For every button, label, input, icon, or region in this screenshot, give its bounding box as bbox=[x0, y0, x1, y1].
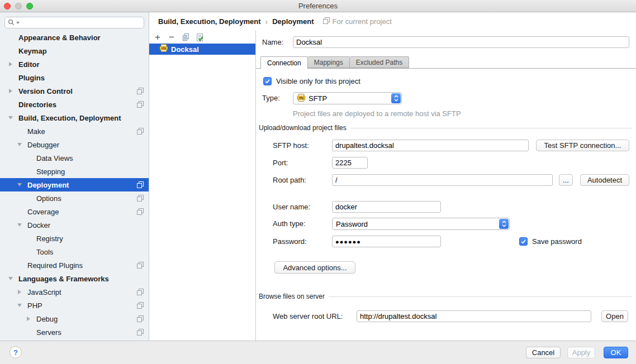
sidebar-item-label: Options bbox=[36, 194, 61, 203]
sidebar-item-debug[interactable]: Debug bbox=[0, 312, 149, 325]
remove-button[interactable]: − bbox=[167, 33, 176, 42]
preferences-window: Preferences Appearance & BehaviorKeymapE… bbox=[0, 0, 636, 364]
chevron-expanded-icon[interactable] bbox=[17, 304, 22, 307]
autodetect-button[interactable]: Autodetect bbox=[580, 174, 629, 186]
breadcrumb-current: Deployment bbox=[272, 17, 314, 26]
server-list-toolbar: +− bbox=[149, 31, 255, 44]
upload-section-header: Upload/download project files bbox=[259, 124, 632, 132]
cancel-button[interactable]: Cancel bbox=[526, 347, 561, 358]
search-options-caret-icon[interactable] bbox=[16, 22, 20, 24]
sidebar-item-label: Deployment bbox=[27, 181, 69, 189]
sidebar-item-keymap[interactable]: Keymap bbox=[0, 44, 149, 58]
sidebar-item-build-execution-deployment[interactable]: Build, Execution, Deployment bbox=[0, 111, 149, 124]
chevron-expanded-icon[interactable] bbox=[8, 116, 13, 119]
server-item-docksal[interactable]: sftp Docksal bbox=[149, 44, 255, 55]
sidebar-item-plugins[interactable]: Plugins bbox=[0, 71, 149, 84]
zoom-button[interactable] bbox=[26, 3, 33, 9]
chevron-expanded-icon[interactable] bbox=[17, 183, 22, 186]
scope-note: For current project bbox=[323, 17, 392, 26]
password-label: Password: bbox=[273, 236, 307, 247]
sidebar-item-tools[interactable]: Tools bbox=[0, 245, 149, 258]
sidebar-item-javascript[interactable]: JavaScript bbox=[0, 285, 149, 299]
name-input[interactable] bbox=[293, 36, 629, 48]
minimize-button[interactable] bbox=[15, 3, 22, 9]
server-item-label: Docksal bbox=[171, 45, 199, 54]
visible-only-label: Visible only for this project bbox=[276, 77, 360, 85]
root-path-input[interactable] bbox=[332, 174, 553, 186]
sidebar-item-label: Build, Execution, Deployment bbox=[18, 114, 121, 122]
per-project-settings-icon bbox=[137, 128, 144, 135]
sidebar-item-debugger[interactable]: Debugger bbox=[0, 138, 149, 151]
sidebar-item-deployment[interactable]: Deployment bbox=[0, 178, 149, 191]
sidebar-item-coverage[interactable]: Coverage bbox=[0, 205, 149, 218]
sidebar-item-php[interactable]: PHP bbox=[0, 299, 149, 312]
sidebar-item-label: Tools bbox=[36, 248, 53, 256]
add-button[interactable]: + bbox=[153, 33, 162, 42]
use-as-default-button[interactable] bbox=[195, 33, 204, 42]
test-sftp-connection-button[interactable]: Test SFTP connection... bbox=[536, 140, 629, 151]
advanced-options-button[interactable]: Advanced options... bbox=[274, 261, 355, 274]
sidebar-item-data-views[interactable]: Data Views bbox=[0, 151, 149, 165]
tab-excluded-paths[interactable]: Excluded Paths bbox=[350, 56, 409, 68]
chevron-collapsed-icon[interactable] bbox=[8, 62, 13, 66]
web-server-root-url-input[interactable] bbox=[357, 310, 591, 322]
name-label: Name: bbox=[262, 36, 283, 48]
open-url-button[interactable]: Open bbox=[601, 310, 628, 322]
chevron-expanded-icon[interactable] bbox=[17, 223, 22, 227]
user-name-input[interactable] bbox=[332, 201, 441, 213]
sidebar-item-required-plugins[interactable]: Required Plugins bbox=[0, 258, 149, 272]
chevron-collapsed-icon[interactable] bbox=[8, 89, 13, 93]
help-button[interactable]: ? bbox=[10, 346, 22, 358]
sidebar-item-servers[interactable]: Servers bbox=[0, 325, 149, 339]
titlebar: Preferences bbox=[0, 0, 636, 12]
auth-type-select-value: Password bbox=[336, 220, 368, 228]
per-project-settings-icon bbox=[137, 208, 144, 215]
visible-only-checkbox[interactable] bbox=[263, 77, 272, 85]
sidebar-item-docker[interactable]: Docker bbox=[0, 218, 149, 232]
sidebar-item-version-control[interactable]: Version Control bbox=[0, 84, 149, 98]
visible-only-checkbox-row[interactable]: Visible only for this project bbox=[263, 77, 360, 85]
chevron-collapsed-icon[interactable] bbox=[17, 290, 22, 294]
save-password-checkbox[interactable] bbox=[519, 237, 528, 246]
tab-connection[interactable]: Connection bbox=[260, 56, 308, 69]
settings-search-box[interactable] bbox=[4, 17, 144, 28]
sidebar-item-label: Docker bbox=[27, 221, 50, 229]
header-strip: Build, Execution, Deployment › Deploymen… bbox=[149, 12, 636, 31]
sidebar-item-make[interactable]: Make bbox=[0, 124, 149, 138]
apply-button[interactable]: Apply bbox=[567, 347, 595, 358]
breadcrumb-parent[interactable]: Build, Execution, Deployment bbox=[158, 17, 260, 26]
sidebar-item-stepping[interactable]: Stepping bbox=[0, 165, 149, 178]
type-select[interactable]: sftp SFTP bbox=[293, 92, 402, 104]
per-project-settings-icon bbox=[137, 101, 144, 108]
close-button[interactable] bbox=[4, 3, 11, 9]
tab-mappings[interactable]: Mappings bbox=[308, 56, 350, 68]
port-label: Port: bbox=[273, 157, 288, 169]
ok-button[interactable]: OK bbox=[604, 347, 628, 358]
root-path-browse-button[interactable]: ... bbox=[559, 174, 573, 186]
scope-note-label: For current project bbox=[333, 17, 392, 26]
sidebar-item-options[interactable]: Options bbox=[0, 191, 149, 205]
sidebar-item-appearance-behavior[interactable]: Appearance & Behavior bbox=[0, 31, 149, 44]
sidebar-item-label: Version Control bbox=[18, 87, 73, 95]
sidebar-item-languages-frameworks[interactable]: Languages & Frameworks bbox=[0, 272, 149, 285]
checkmark-icon bbox=[264, 78, 270, 84]
per-project-settings-icon bbox=[137, 315, 144, 322]
per-project-settings-icon bbox=[137, 302, 144, 309]
port-input[interactable] bbox=[332, 157, 368, 169]
auth-type-label: Auth type: bbox=[273, 218, 306, 229]
sftp-host-input[interactable] bbox=[332, 140, 529, 151]
settings-search-input[interactable] bbox=[20, 18, 141, 27]
chevron-expanded-icon[interactable] bbox=[8, 277, 13, 280]
sidebar-item-editor[interactable]: Editor bbox=[0, 58, 149, 71]
password-input[interactable] bbox=[332, 236, 441, 247]
chevron-expanded-icon[interactable] bbox=[17, 143, 22, 146]
sidebar-item-label: Required Plugins bbox=[27, 261, 83, 270]
sidebar-item-directories[interactable]: Directories bbox=[0, 98, 149, 111]
chevron-collapsed-icon[interactable] bbox=[26, 317, 31, 321]
select-stepper-icon bbox=[499, 219, 509, 229]
per-project-settings-icon bbox=[323, 17, 330, 26]
sidebar-item-registry[interactable]: Registry bbox=[0, 232, 149, 245]
auth-type-select[interactable]: Password bbox=[332, 218, 510, 230]
copy-button[interactable] bbox=[181, 33, 190, 42]
save-password-checkbox-row[interactable]: Save password bbox=[519, 237, 582, 246]
